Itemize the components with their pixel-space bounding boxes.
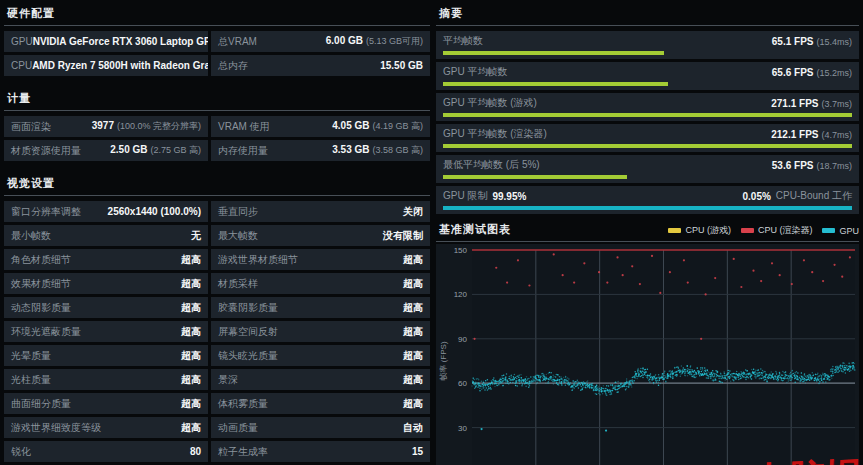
- gpu-data-point: [518, 377, 520, 379]
- gpu-data-point: [579, 385, 581, 387]
- gpu-data-point: [672, 376, 674, 378]
- gpu-data-point: [535, 375, 537, 377]
- y-tick-label: 120: [454, 290, 468, 299]
- setting-cell: 内存使用量3.53 GB(3.58 GB 高): [211, 140, 430, 161]
- gpu-data-point: [664, 370, 666, 372]
- gpu-data-point: [821, 378, 823, 380]
- gpu-data-point: [516, 380, 518, 382]
- gpu-data-point: [574, 388, 576, 390]
- setting-value: 2560x1440 (100.0%): [108, 206, 201, 217]
- setting-cell: 光柱质量超高: [4, 369, 208, 390]
- gpu-data-point: [825, 381, 827, 383]
- gpu-data-point: [490, 388, 492, 390]
- gpu-data-point: [804, 373, 806, 375]
- gpu-data-point: [754, 371, 756, 373]
- gpu-data-point: [556, 374, 558, 376]
- gpu-data-point: [844, 362, 846, 364]
- setting-value: 超高: [403, 373, 423, 387]
- gpu-data-point: [519, 383, 521, 385]
- gpu-data-point: [821, 376, 823, 378]
- gpu-data-point: [789, 373, 791, 375]
- gpu-data-point: [503, 378, 505, 380]
- gpu-data-point: [792, 377, 794, 379]
- gpu-data-point: [484, 389, 486, 391]
- gpu-data-point: [822, 373, 824, 375]
- gpu-data-point: [515, 385, 517, 387]
- setting-row: 窗口分辨率调整2560x1440 (100.0%)垂直同步关闭: [4, 201, 430, 222]
- gpu-data-point: [687, 375, 689, 377]
- cpu-renderer-outlier-point: [833, 264, 835, 266]
- summary-row-top: GPU 限制99.95%0.05%CPU-Bound 工作: [443, 190, 852, 202]
- gpu-data-point: [527, 378, 529, 380]
- section-title-summary: 摘要: [436, 4, 859, 26]
- gpu-data-point: [690, 369, 692, 371]
- gpu-data-point: [654, 377, 656, 379]
- gpu-data-point: [797, 379, 799, 381]
- gpu-data-point: [538, 377, 540, 379]
- gpu-data-point: [769, 374, 771, 376]
- cpu-renderer-outlier-point: [583, 262, 585, 264]
- gpu-data-point: [793, 375, 795, 377]
- gpu-data-point: [676, 376, 678, 378]
- chart-header: 基准测试图表 CPU (游戏)CPU (渲染器)GPU: [436, 220, 859, 242]
- gpu-data-point: [611, 393, 613, 395]
- gpu-data-point: [691, 369, 693, 371]
- setting-label: 动态阴影质量: [11, 301, 71, 315]
- gpu-data-point: [720, 373, 722, 375]
- gpu-data-point: [802, 378, 804, 380]
- cpu-renderer-outlier-point: [714, 277, 716, 279]
- gpu-data-point: [483, 385, 485, 387]
- gpu-data-point: [505, 376, 507, 378]
- gpu-data-point: [690, 372, 692, 374]
- summary-row-top: 平均帧数65.1 FPS(15.4ms): [443, 35, 852, 47]
- gpu-data-point: [655, 375, 657, 377]
- setting-value: AMD Ryzen 7 5800H with Radeon Graphics: [32, 60, 208, 71]
- gpu-data-point: [729, 375, 731, 377]
- gpu-data-point: [720, 376, 722, 378]
- gpu-outlier-point: [605, 429, 607, 431]
- summary-left: GPU 平均帧数: [443, 65, 507, 79]
- gpu-data-point: [497, 381, 499, 383]
- summary-left: GPU 平均帧数 (游戏): [443, 96, 537, 110]
- gpu-data-point: [550, 372, 552, 374]
- gpu-data-point: [755, 377, 757, 379]
- gpu-data-point: [824, 378, 826, 380]
- gpu-data-point: [815, 377, 817, 379]
- gpu-data-point: [805, 382, 807, 384]
- gpu-data-point: [578, 381, 580, 383]
- summary-bar: [443, 82, 852, 86]
- gpu-data-point: [716, 374, 718, 376]
- gpu-data-point: [663, 378, 665, 380]
- section-title-metrics: 计量: [4, 89, 430, 111]
- chart-section: 基准测试图表 CPU (游戏)CPU (渲染器)GPU 030609012015…: [436, 220, 859, 465]
- setting-cell: 粒子生成率15: [211, 441, 430, 462]
- gpu-data-point: [605, 388, 607, 390]
- gpu-data-point: [762, 373, 764, 375]
- gpu-data-point: [730, 374, 732, 376]
- gpu-data-point: [577, 380, 579, 382]
- summary-bar-fill: [443, 51, 664, 55]
- gpu-data-point: [717, 371, 719, 373]
- gpu-data-point: [603, 388, 605, 390]
- gpu-data-point: [762, 377, 764, 379]
- gpu-data-point: [757, 375, 759, 377]
- gpu-data-point: [835, 371, 837, 373]
- gpu-data-point: [553, 381, 555, 383]
- gpu-data-point: [773, 378, 775, 380]
- cpu-renderer-outlier-point: [700, 338, 702, 340]
- gpu-data-point: [831, 375, 833, 377]
- gpu-data-point: [708, 375, 710, 377]
- gpu-data-point: [651, 379, 653, 381]
- gpu-data-point: [740, 376, 742, 378]
- gpu-data-point: [814, 380, 816, 382]
- gpu-data-point: [693, 375, 695, 377]
- setting-label: 窗口分辨率调整: [11, 205, 81, 219]
- gpu-data-point: [591, 385, 593, 387]
- gpu-data-point: [680, 373, 682, 375]
- setting-value: 超高: [403, 349, 423, 363]
- setting-cell: 总内存15.50 GB: [211, 55, 430, 76]
- gpu-data-point: [715, 379, 717, 381]
- gpu-data-point: [597, 388, 599, 390]
- gpu-data-point: [587, 380, 589, 382]
- setting-value: 超高: [403, 325, 423, 339]
